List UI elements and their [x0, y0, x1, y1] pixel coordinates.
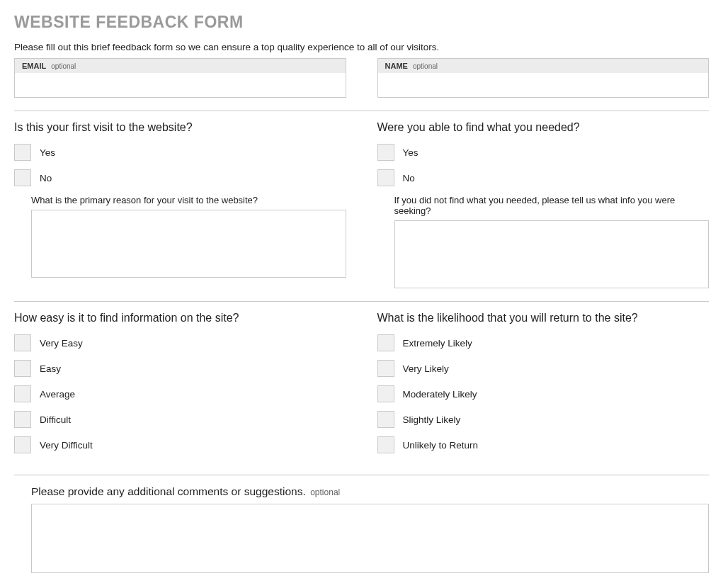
- name-input[interactable]: [378, 73, 709, 97]
- comments-optional: optional: [310, 487, 340, 497]
- q4-opt3: Moderately Likely: [377, 385, 710, 402]
- q3-opt2-label: Easy: [40, 363, 61, 374]
- comments-input[interactable]: [31, 504, 709, 573]
- email-label: EMAIL: [22, 62, 46, 70]
- q4-opt2-label: Very Likely: [403, 363, 449, 374]
- section-2-row: How easy is it to find information on th…: [14, 312, 709, 462]
- name-header: NAME optional: [378, 59, 709, 73]
- email-header: EMAIL optional: [15, 59, 346, 73]
- q4-opt2-checkbox[interactable]: [377, 360, 394, 377]
- q4-opt1: Extremely Likely: [377, 334, 710, 351]
- q4-opt5-label: Unlikely to Return: [403, 440, 479, 451]
- q2-yes-label: Yes: [403, 147, 419, 158]
- q2-no-option: No: [377, 169, 710, 186]
- q1-no-checkbox[interactable]: [14, 169, 31, 186]
- q1-yes-label: Yes: [40, 147, 55, 158]
- q1-yes-option: Yes: [14, 144, 346, 161]
- divider-1: [14, 111, 709, 111]
- q3-opt1-checkbox[interactable]: [14, 334, 31, 351]
- q4-opt3-label: Moderately Likely: [403, 389, 477, 400]
- q3-opt5-checkbox[interactable]: [14, 436, 31, 453]
- name-optional: optional: [413, 62, 438, 70]
- q3-opt3-label: Average: [40, 389, 75, 400]
- q2-sub-label: If you did not find what you needed, ple…: [394, 195, 710, 216]
- q3-opt2-checkbox[interactable]: [14, 360, 31, 377]
- q3-opt4-label: Difficult: [40, 414, 71, 425]
- q4-opt5: Unlikely to Return: [377, 436, 710, 453]
- q3-opt1-label: Very Easy: [40, 338, 83, 349]
- q2-no-label: No: [403, 173, 415, 183]
- q1-yes-checkbox[interactable]: [14, 144, 31, 161]
- q3-opt2: Easy: [14, 360, 346, 377]
- comments-section: Please provide any additional comments o…: [31, 485, 709, 573]
- form-intro: Please fill out this brief feedback form…: [14, 42, 709, 52]
- section-1-row: Is this your first visit to the website?…: [14, 121, 709, 288]
- q2-yes-option: Yes: [377, 144, 710, 161]
- q3-opt5-label: Very Difficult: [40, 440, 93, 451]
- q3-opt3: Average: [14, 385, 346, 402]
- divider-3: [14, 475, 709, 475]
- comments-label: Please provide any additional comments o…: [31, 485, 306, 497]
- name-field-wrapper: NAME optional: [377, 58, 710, 98]
- q1-question: Is this your first visit to the website?: [14, 121, 346, 134]
- q1-no-label: No: [40, 173, 52, 183]
- q4-opt1-checkbox[interactable]: [377, 334, 394, 351]
- q4-opt4-label: Slightly Likely: [403, 414, 461, 425]
- q4-opt5-checkbox[interactable]: [377, 436, 394, 453]
- q4-opt1-label: Extremely Likely: [403, 338, 472, 349]
- contact-row: EMAIL optional NAME optional: [14, 58, 709, 98]
- q2-question: Were you able to find what you needed?: [377, 121, 710, 134]
- q3-opt4: Difficult: [14, 411, 346, 428]
- q3-opt4-checkbox[interactable]: [14, 411, 31, 428]
- email-input[interactable]: [15, 73, 346, 97]
- name-label: NAME: [385, 62, 408, 70]
- form-title: WEBSITE FEEDBACK FORM: [14, 13, 709, 32]
- q3-question: How easy is it to find information on th…: [14, 312, 346, 324]
- q3-opt3-checkbox[interactable]: [14, 385, 31, 402]
- q1-no-option: No: [14, 169, 346, 186]
- q3-opt1: Very Easy: [14, 334, 346, 351]
- q2-yes-checkbox[interactable]: [377, 144, 394, 161]
- email-optional: optional: [51, 62, 76, 70]
- q4-opt4: Slightly Likely: [377, 411, 710, 428]
- q4-opt4-checkbox[interactable]: [377, 411, 394, 428]
- email-field-wrapper: EMAIL optional: [14, 58, 346, 98]
- q4-question: What is the likelihood that you will ret…: [377, 312, 710, 324]
- q2-no-checkbox[interactable]: [377, 169, 394, 186]
- q2-reason-input[interactable]: [394, 220, 710, 288]
- q4-opt3-checkbox[interactable]: [377, 385, 394, 402]
- q4-opt2: Very Likely: [377, 360, 710, 377]
- q3-opt5: Very Difficult: [14, 436, 346, 453]
- q1-reason-input[interactable]: [31, 210, 346, 278]
- divider-2: [14, 301, 709, 302]
- q1-sub-label: What is the primary reason for your visi…: [31, 195, 346, 205]
